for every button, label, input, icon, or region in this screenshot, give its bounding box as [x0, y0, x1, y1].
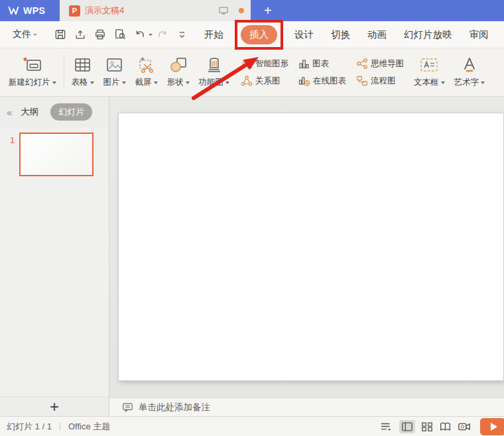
ribbon-insert: 新建幻灯片 表格 图片 — [0, 48, 504, 97]
editor-area: 单击此处添加备注 — [109, 97, 504, 416]
function-diagram-icon — [205, 56, 223, 74]
notes-bar[interactable]: 单击此处添加备注 — [109, 398, 504, 416]
slide-thumbnail[interactable] — [19, 133, 94, 176]
redo-button[interactable] — [156, 28, 169, 41]
tab-outline[interactable]: 大纲 — [21, 106, 38, 118]
tab-home[interactable]: 开始 — [204, 28, 223, 41]
smart-graphics-icon — [241, 58, 253, 69]
slide-canvas[interactable] — [118, 113, 504, 381]
screenshot-button[interactable]: 截屏 — [131, 56, 162, 88]
dropdown-caret-icon — [90, 82, 94, 84]
undo-button[interactable] — [133, 28, 147, 41]
chart-button[interactable]: 图表 — [298, 58, 346, 70]
tab-design[interactable]: 设计 — [294, 28, 314, 41]
slides-panel-header: « 大纲 幻灯片 — [0, 97, 109, 127]
document-tabstrip: P 演示文稿4 — [60, 0, 251, 21]
new-slide-label: 新建幻灯片 — [9, 77, 50, 88]
notes-toggle-button[interactable] — [380, 421, 393, 432]
mind-map-button[interactable]: 思维导图 — [356, 58, 404, 70]
normal-view-button[interactable] — [399, 420, 415, 433]
unsaved-dot-icon — [239, 8, 244, 13]
screenshot-icon — [137, 56, 155, 74]
picture-button[interactable]: 图片 — [99, 56, 131, 88]
new-slide-button[interactable]: 新建幻灯片 — [4, 56, 61, 88]
flowchart-button[interactable]: 流程图 — [356, 76, 404, 87]
new-slide-icon — [23, 56, 42, 74]
word-art-label: 艺术字 — [454, 77, 479, 88]
chart-label: 图表 — [312, 58, 329, 70]
statusbar: 幻灯片 1 / 1 Office 主题 — [0, 416, 504, 436]
screen-record-button[interactable] — [458, 421, 472, 432]
dropdown-caret-icon — [186, 82, 190, 84]
mind-map-label: 思维导图 — [371, 58, 404, 70]
tab-slides[interactable]: 幻灯片 — [50, 103, 92, 121]
slide-canvas-area — [109, 97, 504, 398]
presentation-file-icon: P — [69, 5, 80, 17]
online-chart-button[interactable]: 在线图表 — [298, 76, 346, 87]
shapes-button[interactable]: 形状 — [162, 56, 194, 88]
slide-thumbnail-list: 1 — [0, 127, 109, 396]
wps-logo-text: WPS — [23, 5, 45, 16]
function-diagram-label: 功能图 — [199, 77, 224, 88]
table-button[interactable]: 表格 — [67, 56, 99, 88]
flowchart-icon — [356, 76, 368, 86]
function-diagram-button[interactable]: 功能图 — [194, 56, 235, 88]
wps-logo[interactable]: WPS — [0, 0, 60, 21]
slide-sorter-view-button[interactable] — [421, 421, 433, 432]
chart-icon — [298, 58, 310, 69]
customize-quickbar-icon[interactable] — [178, 31, 186, 38]
dropdown-caret-icon — [441, 82, 445, 84]
dropdown-caret-icon — [225, 82, 229, 84]
add-slide-button[interactable]: + — [50, 399, 59, 415]
titlebar-right: + — [251, 0, 504, 21]
screenshot-label: 截屏 — [135, 77, 152, 88]
slide-thumbnail-row[interactable]: 1 — [0, 133, 109, 176]
theme-name[interactable]: Office 主题 — [68, 421, 110, 433]
print-preview-button[interactable] — [113, 28, 127, 41]
online-chart-label: 在线图表 — [313, 76, 346, 87]
notes-bubble-icon — [122, 402, 133, 413]
text-box-icon — [419, 56, 439, 74]
table-icon — [74, 56, 92, 74]
smart-graphics-label: 智能图形 — [255, 58, 288, 70]
undo-caret-icon[interactable] — [149, 34, 153, 36]
slides-panel-footer: + — [0, 396, 109, 416]
dropdown-caret-icon — [481, 82, 485, 84]
wps-presentation-window: WPS P 演示文稿4 + 文件 — [0, 0, 504, 436]
dropdown-caret-icon — [52, 82, 56, 84]
wps-w-icon — [8, 6, 19, 15]
word-art-button[interactable]: 艺术字 — [450, 56, 490, 88]
print-button[interactable] — [94, 28, 107, 41]
tab-insert[interactable]: 插入 — [241, 25, 277, 44]
new-tab-button[interactable]: + — [264, 4, 272, 17]
menubar: 文件 开始 插入 设计 — [0, 21, 504, 48]
ribbon-small-group: 智能图形 图表 思维导图 — [241, 58, 404, 87]
dropdown-caret-icon — [154, 82, 158, 84]
relation-diagram-icon — [241, 76, 253, 86]
file-menu[interactable]: 文件 — [13, 28, 31, 40]
tab-slideshow[interactable]: 幻灯片放映 — [404, 28, 452, 41]
titlebar: WPS P 演示文稿4 + — [0, 0, 504, 21]
tab-animation[interactable]: 动画 — [367, 28, 387, 41]
relation-diagram-button[interactable]: 关系图 — [241, 76, 288, 87]
divider — [64, 55, 64, 89]
export-button[interactable] — [74, 28, 87, 41]
smart-graphics-button[interactable]: 智能图形 — [241, 58, 288, 70]
dropdown-caret-icon — [122, 82, 126, 84]
document-tab[interactable]: P 演示文稿4 — [60, 0, 251, 21]
reading-view-button[interactable] — [439, 421, 452, 432]
play-icon — [491, 423, 497, 431]
monitor-icon[interactable] — [218, 6, 229, 15]
picture-icon — [105, 56, 123, 74]
tab-review[interactable]: 审阅 — [470, 28, 489, 41]
online-chart-icon — [298, 76, 310, 86]
text-box-label: 文本框 — [414, 77, 439, 88]
tab-transition[interactable]: 切换 — [331, 28, 350, 41]
shapes-label: 形状 — [167, 77, 184, 88]
table-label: 表格 — [72, 77, 88, 88]
start-slideshow-button[interactable] — [480, 418, 504, 435]
save-button[interactable] — [54, 28, 67, 41]
text-box-button[interactable]: 文本框 — [409, 56, 450, 88]
notes-placeholder: 单击此处添加备注 — [139, 402, 210, 413]
word-art-icon — [460, 56, 479, 74]
